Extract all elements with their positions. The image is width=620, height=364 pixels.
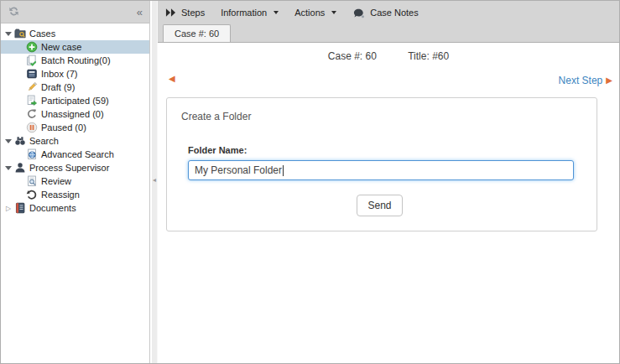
tree-expander-icon[interactable]: [3, 27, 13, 40]
tree-spacer: [15, 54, 25, 67]
sidebar-item-label: Advanced Search: [41, 149, 114, 159]
next-step-label[interactable]: Next Step: [559, 75, 603, 86]
sidebar-splitter[interactable]: ◂: [151, 1, 158, 363]
step-navigation: ◀ Next Step ▶: [158, 73, 619, 88]
tree-spacer: [15, 94, 25, 107]
folder-name-label: Folder Name:: [188, 145, 571, 155]
sidebar-item-participated-59[interactable]: Participated (59): [1, 94, 149, 107]
inbox-icon: [25, 68, 38, 81]
chevron-down-icon: [274, 11, 279, 14]
sidebar-item-label: Batch Routing(0): [41, 55, 111, 65]
tree-spacer: [15, 148, 25, 161]
tree-spacer: [15, 188, 25, 201]
folder-form: Folder Name: My Personal Folder Send: [188, 145, 571, 216]
speech-bubble-icon: [352, 7, 365, 18]
tree-spacer: [15, 121, 25, 134]
information-label: Information: [221, 8, 267, 18]
sidebar-item-label: Process Supervisor: [29, 163, 109, 173]
panel-title: Create a Folder: [167, 98, 597, 122]
case-notes-label: Case Notes: [370, 8, 418, 18]
sidebar-item-label: Review: [41, 176, 71, 186]
sidebar-item-paused-0[interactable]: Paused (0): [1, 121, 149, 134]
tree-expander-icon[interactable]: ▷: [3, 201, 13, 215]
process-supervisor-icon: [13, 162, 26, 174]
new-case-icon: [25, 41, 38, 54]
paused-icon: [25, 122, 38, 134]
review-icon: [25, 175, 38, 188]
actions-label: Actions: [294, 8, 325, 18]
sidebar-item-advanced-search[interactable]: Advanced Search: [1, 148, 149, 161]
unassigned-icon: [25, 108, 38, 121]
app-window: « CasesNew caseBatch Routing(0)Inbox (7)…: [0, 0, 620, 364]
sidebar-item-reassign[interactable]: Reassign: [1, 188, 149, 201]
splitter-grip-icon[interactable]: ◂: [152, 177, 157, 184]
case-tree: CasesNew caseBatch Routing(0)Inbox (7)Dr…: [1, 23, 149, 215]
case-content: Case #: 60 Title: #60 ◀ Next Step ▶ Crea…: [158, 42, 619, 363]
case-title-text: Title: #60: [408, 50, 449, 62]
tree-spacer: [15, 107, 25, 121]
tree-expander-icon[interactable]: [3, 161, 13, 174]
case-number-text: Case #: 60: [328, 50, 377, 62]
sidebar-item-label: Paused (0): [41, 122, 86, 133]
sidebar-item-label: Search: [29, 136, 59, 146]
batch-routing-icon: [25, 55, 38, 67]
collapse-sidebar-icon[interactable]: «: [137, 7, 143, 18]
folder-name-value: My Personal Folder: [195, 164, 282, 176]
sidebar-item-inbox-7[interactable]: Inbox (7): [1, 67, 149, 81]
main-area: Steps Information Actions Case Notes: [158, 1, 619, 363]
next-step-arrow-icon: ▶: [606, 76, 612, 85]
cases-folder-icon: [13, 28, 26, 40]
text-cursor: [283, 165, 284, 176]
steps-button[interactable]: Steps: [165, 8, 205, 18]
tree-spacer: [15, 67, 25, 81]
sidebar-item-unassigned-0[interactable]: Unassigned (0): [1, 107, 149, 121]
sidebar-item-label: Inbox (7): [41, 69, 77, 79]
sidebar-item-review[interactable]: Review: [1, 174, 149, 188]
sidebar-item-label: Reassign: [41, 190, 80, 200]
folder-name-input[interactable]: My Personal Folder: [188, 160, 574, 180]
case-toolbar: Steps Information Actions Case Notes: [158, 1, 619, 23]
create-folder-panel: Create a Folder Folder Name: My Personal…: [166, 97, 597, 231]
documents-icon: [13, 202, 26, 215]
send-button[interactable]: Send: [357, 195, 402, 216]
draft-icon: [25, 81, 38, 94]
button-row: Send: [188, 195, 571, 216]
sidebar-item-label: Draft (9): [41, 82, 75, 92]
advanced-search-icon: [25, 148, 38, 161]
sidebar-item-label: Unassigned (0): [41, 109, 104, 119]
tree-spacer: [15, 81, 25, 94]
steps-fast-forward-icon: [165, 8, 176, 18]
refresh-icon[interactable]: [8, 5, 20, 19]
sidebar: « CasesNew caseBatch Routing(0)Inbox (7)…: [1, 1, 150, 363]
tree-spacer: [15, 174, 25, 188]
sidebar-item-process-supervisor[interactable]: Process Supervisor: [1, 161, 149, 174]
sidebar-item-label: New case: [41, 42, 81, 52]
previous-step-arrow-icon[interactable]: ◀: [169, 75, 175, 83]
sidebar-item-new-case[interactable]: New case: [1, 40, 149, 54]
participated-icon: [25, 95, 38, 107]
sidebar-header: «: [1, 1, 149, 23]
chevron-down-icon: [331, 11, 336, 14]
sidebar-item-documents[interactable]: ▷Documents: [1, 201, 149, 215]
case-header: Case #: 60 Title: #60: [158, 50, 619, 62]
steps-label: Steps: [181, 8, 205, 18]
sidebar-item-batch-routing-0[interactable]: Batch Routing(0): [1, 54, 149, 67]
sidebar-item-search[interactable]: Search: [1, 134, 149, 148]
search-binoculars-icon: [13, 135, 26, 148]
case-notes-button[interactable]: Case Notes: [352, 7, 418, 18]
next-step-link[interactable]: Next Step ▶: [559, 75, 612, 86]
sidebar-item-cases[interactable]: Cases: [1, 27, 149, 40]
reassign-icon: [25, 189, 38, 201]
tree-expander-icon[interactable]: [3, 134, 13, 148]
sidebar-item-draft-9[interactable]: Draft (9): [1, 81, 149, 94]
actions-menu[interactable]: Actions: [294, 8, 336, 18]
sidebar-item-label: Participated (59): [41, 96, 109, 106]
tab-bar: Case #: 60: [158, 23, 619, 42]
sidebar-item-label: Documents: [29, 203, 76, 213]
tree-spacer: [15, 40, 25, 54]
sidebar-item-label: Cases: [29, 29, 55, 39]
tab-case-60[interactable]: Case #: 60: [163, 24, 231, 42]
information-menu[interactable]: Information: [221, 8, 279, 18]
